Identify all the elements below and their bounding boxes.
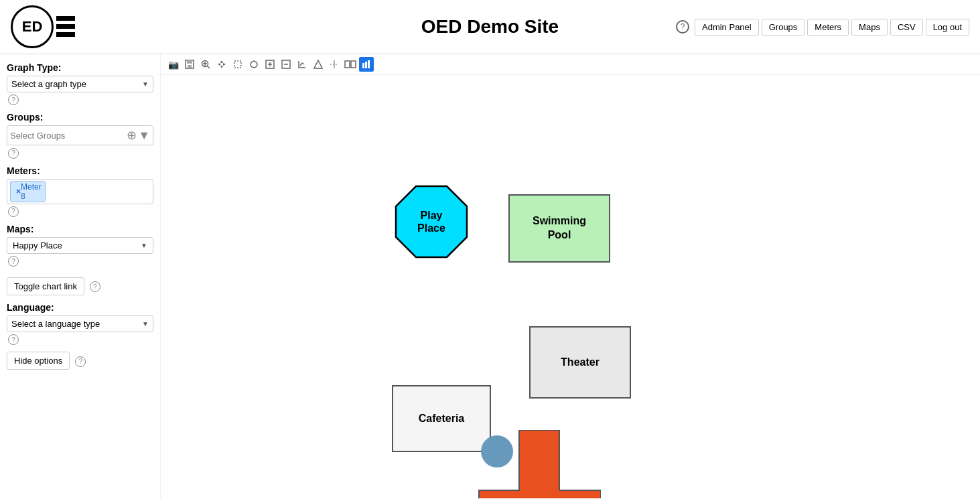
maps-help-row: ? [7,255,153,267]
toggle-chart-section: Toggle chart link ? [7,277,153,295]
hide-options-button[interactable]: Hide options [7,352,70,370]
meters-label: Meters: [7,165,153,176]
graph-type-section: Graph Type: Select a graph type ▼ ? [7,62,153,105]
svg-rect-2 [56,32,75,37]
map-canvas[interactable]: PlayPlace SwimmingPool Theater Cafeteria [161,75,980,498]
housing-shape[interactable]: Housing [439,430,601,498]
toolbar-camera-icon[interactable]: 📷 [166,57,181,72]
language-dropdown[interactable]: Select a language type ▼ [7,315,153,332]
maps-button[interactable]: Maps [851,19,888,35]
groups-help-row: ? [7,147,153,158]
maps-caret: ▼ [141,242,147,249]
toolbar-save-icon[interactable] [182,57,197,72]
meters-button[interactable]: Meters [807,19,849,35]
language-section: Language: Select a language type ▼ ? [7,302,153,345]
graph-type-label: Graph Type: [7,62,153,73]
toolbar-bar-icon[interactable] [359,57,374,72]
toolbar-lasso-icon[interactable] [247,57,261,72]
meter-tag: × Meter 8 [10,181,46,202]
svg-rect-24 [351,61,356,68]
svg-marker-11 [220,66,223,68]
chart-toolbar: 📷 [161,54,980,75]
theater-shape[interactable]: Theater [529,326,631,399]
svg-rect-0 [56,16,75,21]
toggle-chart-label: Toggle chart link [14,281,77,291]
play-place-border [395,185,468,259]
meters-help-icon[interactable]: ? [8,206,19,217]
csv-button[interactable]: CSV [890,19,923,35]
logo-pipe [56,13,75,40]
graph-type-help-row: ? [7,94,153,105]
maps-label: Maps: [7,224,153,234]
groups-multiselect[interactable]: ⊕ ▼ [7,125,153,145]
maps-section: Maps: Happy Place ▼ ? [7,224,153,267]
svg-marker-13 [223,63,226,66]
toolbar-reset-icon[interactable] [311,57,326,72]
toolbar-pan-icon[interactable] [214,57,229,72]
toolbar-compare-icon[interactable] [343,57,358,72]
meters-section: Meters: × Meter 8 ⊕ ▼ ? [7,165,153,217]
language-help-icon[interactable]: ? [8,334,19,345]
maps-value: Happy Place [13,240,62,251]
toolbar-zoom-in-icon[interactable] [263,57,277,72]
graph-type-dropdown[interactable]: Select a graph type ▼ [7,76,153,92]
meter-tag-remove[interactable]: × [16,187,21,196]
meters-multiselect[interactable]: × Meter 8 ⊕ ▼ [7,179,153,204]
logo-text: ED [22,18,43,35]
graph-type-placeholder: Select a graph type [11,79,86,89]
language-label: Language: [7,302,153,313]
admin-panel-button[interactable]: Admin Panel [695,19,759,35]
meters-input[interactable] [48,186,160,196]
graph-type-help-icon[interactable]: ? [8,94,19,105]
toolbar-zoom-icon[interactable] [198,57,213,72]
toolbar-autoscale-icon[interactable] [295,57,309,72]
groups-button[interactable]: Groups [762,19,805,35]
page-title: OED Demo Site [421,16,559,38]
svg-line-7 [208,66,210,69]
toggle-chart-help-icon[interactable]: ? [90,281,100,292]
groups-dropdown-icon[interactable]: ▼ [138,129,150,143]
toggle-chart-button[interactable]: Toggle chart link [7,277,84,295]
hide-options-section: Hide options ? [7,352,153,370]
toolbar-spike-icon[interactable] [327,57,342,72]
svg-marker-20 [314,60,322,68]
svg-rect-4 [187,60,192,64]
sidebar: Graph Type: Select a graph type ▼ ? Grou… [0,54,161,498]
toolbar-select-icon[interactable] [230,57,245,72]
swimming-pool-shape[interactable]: SwimmingPool [508,194,610,263]
svg-marker-28 [396,186,467,257]
theater-label: Theater [561,356,600,368]
svg-rect-27 [368,60,370,68]
meters-help-row: ? [7,206,153,217]
language-caret: ▼ [142,320,149,328]
language-help-row: ? [7,334,153,345]
cafeteria-label: Cafeteria [419,413,464,425]
chart-area: 📷 [161,54,980,498]
svg-rect-26 [365,62,367,68]
header: ED OED Demo Site ? Admin Panel Groups Me… [0,0,980,54]
meter-tag-label: Meter 8 [21,182,42,201]
help-icon[interactable]: ? [676,20,689,33]
svg-rect-5 [188,65,192,68]
hide-options-label: Hide options [14,356,62,366]
language-placeholder: Select a language type [11,319,100,329]
svg-rect-14 [234,61,241,68]
maps-help-icon[interactable]: ? [8,256,19,267]
maps-dropdown[interactable]: Happy Place ▼ [7,237,153,254]
svg-marker-10 [220,60,223,63]
graph-type-caret: ▼ [142,80,149,88]
groups-clear-icon[interactable]: ⊕ [127,128,137,143]
svg-marker-29 [479,430,601,498]
groups-label: Groups: [7,112,153,123]
header-nav: ? Admin Panel Groups Meters Maps CSV Log… [676,19,969,35]
groups-help-icon[interactable]: ? [8,148,19,159]
hide-options-help-icon[interactable]: ? [75,356,86,367]
groups-section: Groups: ⊕ ▼ ? [7,112,153,158]
logout-button[interactable]: Log out [926,19,969,35]
groups-input[interactable] [10,131,125,141]
swimming-pool-label: SwimmingPool [533,214,586,242]
svg-marker-12 [218,63,220,66]
main-layout: Graph Type: Select a graph type ▼ ? Grou… [0,54,980,498]
toolbar-zoom-out-icon[interactable] [279,57,293,72]
svg-rect-1 [56,24,75,29]
